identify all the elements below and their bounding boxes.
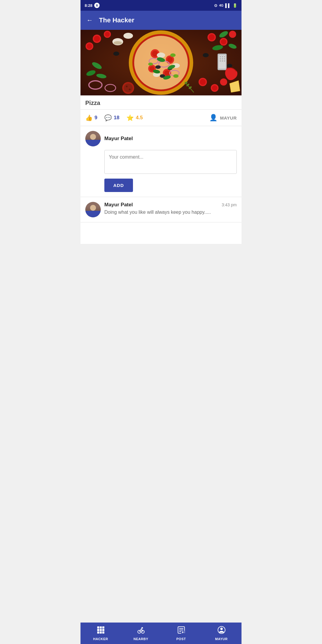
status-left: 8:28 A	[85, 3, 100, 8]
astronaut-icon: A	[94, 3, 100, 8]
add-comment-button[interactable]: ADD	[104, 179, 133, 192]
svg-point-76	[203, 53, 209, 57]
pizza-illustration	[80, 30, 242, 95]
svg-point-78	[227, 64, 232, 67]
svg-point-51	[148, 63, 153, 66]
comment-name-row: Mayur Patel 3:43 pm	[104, 202, 237, 208]
stats-row: 👍 9 💬 18 ⭐ 4.5 👤 MAYUR	[80, 110, 242, 126]
svg-point-9	[114, 41, 122, 45]
comment-text: Doing what you like will always keep you…	[104, 209, 237, 216]
svg-point-64	[220, 78, 227, 86]
svg-rect-26	[224, 58, 225, 59]
svg-point-3	[94, 36, 100, 42]
svg-point-5	[105, 32, 110, 37]
food-label: Pizza	[80, 95, 242, 110]
commenter-name: Mayur Patel	[104, 136, 133, 142]
svg-point-41	[157, 52, 165, 58]
svg-point-50	[170, 53, 176, 57]
app-bar-title: The Hacker	[99, 16, 134, 24]
svg-rect-28	[222, 61, 223, 61]
svg-rect-29	[224, 61, 225, 61]
status-right: ⊙ 4G ▌▌ 🔋	[214, 3, 237, 8]
network-label: 4G	[219, 4, 224, 7]
cast-icon: ⊙	[214, 3, 217, 8]
svg-point-52	[173, 74, 179, 78]
svg-point-32	[134, 36, 188, 89]
thumbs-up-icon: 👍	[85, 114, 93, 121]
svg-point-63	[212, 85, 217, 91]
back-arrow-icon: ←	[86, 16, 93, 24]
comment-meta: Mayur Patel 3:43 pm Doing what you like …	[104, 202, 237, 216]
svg-point-61	[200, 79, 206, 85]
svg-point-70	[126, 86, 128, 87]
svg-point-36	[167, 57, 173, 62]
svg-point-40	[164, 70, 170, 76]
comment-section: Mayur Patel ADD	[80, 126, 242, 197]
svg-point-47	[155, 65, 161, 69]
existing-comment: Mayur Patel 3:43 pm Doing what you like …	[80, 197, 242, 222]
stat-user: 👤 MAYUR	[209, 114, 237, 122]
likes-stat[interactable]: 👍 9	[85, 114, 97, 121]
svg-point-7	[87, 44, 92, 49]
comment-input-wrapper: ADD	[104, 150, 237, 192]
star-icon: ⭐	[126, 114, 134, 121]
main-content: Pizza 👍 9 💬 18 ⭐ 4.5 👤 MAYUR Mayur Patel	[80, 30, 242, 244]
svg-point-15	[229, 31, 236, 38]
commenter-avatar-2	[85, 202, 101, 217]
comment-icon: 💬	[104, 114, 112, 121]
add-button-label: ADD	[113, 183, 124, 188]
svg-rect-23	[224, 56, 225, 57]
comments-count: 18	[114, 115, 119, 121]
stat-username: MAYUR	[220, 115, 237, 120]
svg-point-14	[221, 39, 226, 44]
comment-top: Mayur Patel 3:43 pm Doing what you like …	[85, 202, 237, 217]
rating-stat[interactable]: ⭐ 4.5	[126, 114, 143, 121]
commenter-avatar	[85, 131, 101, 146]
svg-rect-22	[222, 56, 223, 57]
likes-count: 9	[95, 115, 97, 121]
person-icon: 👤	[209, 114, 218, 122]
commenter-avatar-img-2	[85, 202, 101, 217]
svg-point-69	[124, 83, 133, 92]
svg-rect-25	[222, 58, 223, 59]
back-button[interactable]: ←	[85, 15, 94, 25]
signal-icon: ▌▌	[225, 3, 231, 8]
svg-point-77	[113, 52, 119, 56]
status-time: 8:28	[85, 3, 92, 8]
comment-input[interactable]	[104, 150, 237, 174]
app-bar: ← The Hacker	[80, 11, 242, 30]
svg-point-10	[123, 33, 133, 39]
comment-form-header: Mayur Patel	[85, 131, 237, 146]
status-bar: 8:28 A ⊙ 4G ▌▌ 🔋	[80, 0, 242, 11]
food-name: Pizza	[85, 100, 100, 106]
comments-stat[interactable]: 💬 18	[104, 114, 119, 121]
svg-rect-24	[220, 58, 221, 59]
rating-value: 4.5	[136, 115, 143, 121]
comment-time: 3:43 pm	[222, 202, 237, 207]
commenter-name-2: Mayur Patel	[104, 202, 133, 208]
svg-rect-27	[220, 61, 221, 61]
bottom-spacer	[80, 222, 242, 244]
battery-icon: 🔋	[233, 3, 237, 8]
svg-point-12	[209, 34, 215, 40]
svg-point-71	[129, 89, 131, 90]
food-image	[80, 30, 242, 95]
svg-rect-21	[220, 56, 221, 57]
commenter-avatar-img	[85, 131, 101, 146]
